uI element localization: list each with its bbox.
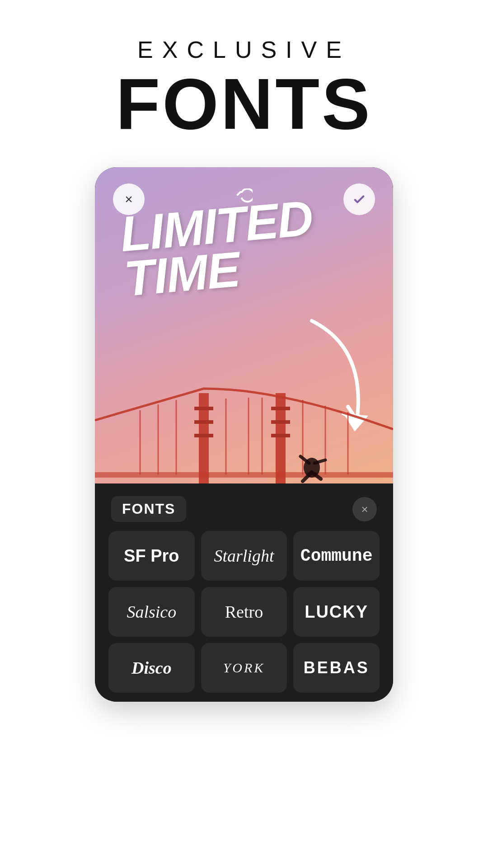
canvas-area: × LiMiTED TiME <box>95 167 393 483</box>
bottom-panel: FONTS × SF ProStarlightCommuneSalsicoRet… <box>95 483 393 702</box>
font-item-sf-pro[interactable]: SF Pro <box>108 531 195 581</box>
font-label: LUCKY <box>305 602 368 622</box>
svg-rect-6 <box>271 407 290 410</box>
fonts-headline: FONTS <box>116 68 372 140</box>
confirm-button[interactable] <box>343 183 375 215</box>
fonts-close-icon: × <box>361 503 368 515</box>
close-button[interactable]: × <box>113 183 145 215</box>
svg-rect-5 <box>194 434 213 437</box>
svg-rect-3 <box>194 407 213 410</box>
font-label: Disco <box>131 658 172 678</box>
undo-button[interactable] <box>230 183 258 211</box>
app-card: × LiMiTED TiME <box>95 167 393 702</box>
font-item-retro[interactable]: Retro <box>201 587 287 637</box>
font-label: SF Pro <box>124 546 179 566</box>
svg-rect-8 <box>271 434 290 437</box>
font-item-york[interactable]: YORK <box>201 643 287 693</box>
font-label: Commune <box>300 546 373 566</box>
font-label: Retro <box>225 602 263 622</box>
bridge-decoration <box>95 167 393 483</box>
font-label: Starlight <box>214 546 274 566</box>
close-icon: × <box>125 192 133 206</box>
font-grid: SF ProStarlightCommuneSalsicoRetroLUCKYD… <box>104 531 384 693</box>
header-section: EXCLUSIVE FONTS <box>116 0 372 167</box>
font-label: Salsico <box>127 602 176 622</box>
font-label: BEBAS <box>304 658 370 677</box>
undo-icon <box>235 188 253 206</box>
fonts-panel-title: FONTS <box>111 496 186 522</box>
svg-rect-18 <box>95 472 393 478</box>
font-item-starlight[interactable]: Starlight <box>201 531 287 581</box>
font-item-lucky[interactable]: LUCKY <box>293 587 380 637</box>
exclusive-label: EXCLUSIVE <box>116 36 372 63</box>
svg-rect-7 <box>271 420 290 424</box>
fonts-panel-close-button[interactable]: × <box>352 497 377 521</box>
font-item-salsico[interactable]: Salsico <box>108 587 195 637</box>
svg-rect-4 <box>194 420 213 424</box>
check-icon <box>352 192 366 206</box>
font-item-commune[interactable]: Commune <box>293 531 380 581</box>
fonts-panel-header: FONTS × <box>104 483 384 531</box>
font-label: YORK <box>223 660 265 676</box>
font-item-bebas[interactable]: BEBAS <box>293 643 380 693</box>
font-item-disco[interactable]: Disco <box>108 643 195 693</box>
